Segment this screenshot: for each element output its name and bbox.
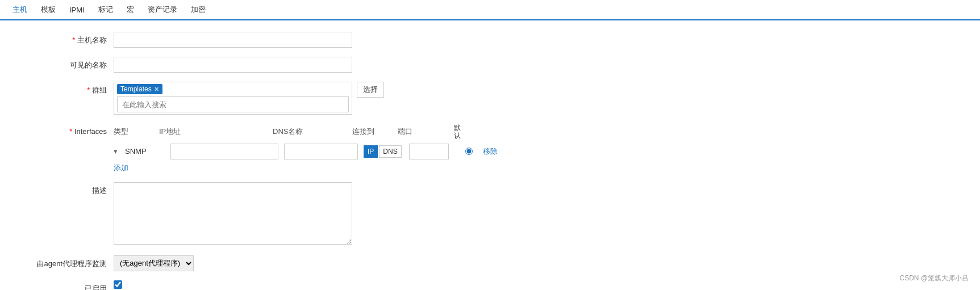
interface-action-cell: 移除 [483, 146, 511, 157]
nav-host[interactable]: 主机 [6, 0, 34, 20]
enabled-checkbox[interactable] [114, 280, 122, 289]
nav-asset[interactable]: 资产记录 [141, 0, 184, 19]
connect-dns-button[interactable]: DNS [379, 145, 401, 158]
interface-connect-cell: IP DNS [364, 145, 409, 158]
interface-type: SNMP [125, 147, 170, 155]
col-ip-header: IP地址 [159, 127, 273, 137]
col-port-header: 端口 [398, 127, 443, 137]
remove-interface-link[interactable]: 移除 [483, 147, 498, 155]
interface-dns-input[interactable] [284, 144, 358, 159]
group-label: * 群组 [23, 82, 114, 95]
interface-default-cell [454, 148, 483, 155]
hostname-row: * 主机名称 Huawei AR2220 [23, 32, 957, 48]
interface-ip-cell: 192.168.200.10 [170, 144, 284, 159]
visible-name-control [114, 57, 352, 73]
interface-default-radio[interactable] [465, 148, 473, 155]
enabled-control [114, 280, 352, 289]
nav-encrypt[interactable]: 加密 [184, 0, 212, 19]
description-textarea[interactable] [114, 182, 352, 245]
expand-icon[interactable]: ▾ [114, 147, 125, 155]
group-row: * 群组 Templates ✕ 选择 [23, 82, 957, 115]
interface-port-input[interactable]: 161 [409, 144, 449, 159]
col-type-header: 类型 [114, 127, 159, 137]
nav-tag[interactable]: 标记 [91, 0, 120, 19]
group-search-input[interactable] [117, 96, 349, 112]
hostname-control: Huawei AR2220 [114, 32, 352, 48]
agent-row: 由agent代理程序监测 (无agent代理程序) [23, 255, 957, 271]
nav-template[interactable]: 模板 [34, 0, 62, 19]
main-content: * 主机名称 Huawei AR2220 可见的名称 * 群组 Template… [0, 20, 980, 290]
connect-ip-button[interactable]: IP [364, 145, 378, 158]
group-tag: Templates ✕ [117, 84, 162, 94]
visible-name-input[interactable] [114, 57, 352, 73]
group-select-button[interactable]: 选择 [357, 82, 384, 98]
add-interface-link[interactable]: 添加 [114, 163, 511, 173]
description-row: 描述 [23, 182, 957, 246]
top-nav: 主机 模板 IPMI 标记 宏 资产记录 加密 [0, 0, 980, 20]
interfaces-row: * Interfaces 类型 IP地址 DNS名称 连接到 端口 默认 ▾ S… [23, 124, 957, 173]
group-tag-close-icon[interactable]: ✕ [154, 86, 159, 93]
enabled-row: 已启用 [23, 280, 957, 290]
visible-name-label: 可见的名称 [23, 57, 114, 70]
agent-select[interactable]: (无agent代理程序) [114, 255, 194, 271]
nav-macro[interactable]: 宏 [120, 0, 141, 19]
visible-name-row: 可见的名称 [23, 57, 957, 73]
col-dns-header: DNS名称 [273, 127, 352, 137]
nav-ipmi[interactable]: IPMI [62, 1, 91, 19]
group-tag-label: Templates [120, 85, 152, 93]
interface-port-cell: 161 [409, 144, 454, 159]
interface-dns-cell [284, 144, 364, 159]
group-control: Templates ✕ 选择 [114, 82, 384, 115]
enabled-label: 已启用 [23, 280, 114, 290]
agent-label: 由agent代理程序监测 [23, 255, 114, 269]
interfaces-container: 类型 IP地址 DNS名称 连接到 端口 默认 ▾ SNMP 192.168.2… [114, 124, 511, 173]
col-default-header: 默认 [443, 124, 472, 140]
hostname-input[interactable]: Huawei AR2220 [114, 32, 352, 48]
agent-control: (无agent代理程序) [114, 255, 352, 271]
interfaces-header: 类型 IP地址 DNS名称 连接到 端口 默认 [114, 124, 511, 140]
col-connect-header: 连接到 [352, 127, 398, 137]
interface-row: ▾ SNMP 192.168.200.10 IP DNS 161 [114, 144, 511, 159]
description-label: 描述 [23, 182, 114, 196]
interfaces-label: * Interfaces [23, 124, 114, 136]
group-field[interactable]: Templates ✕ [114, 82, 352, 115]
interface-ip-input[interactable]: 192.168.200.10 [170, 144, 278, 159]
hostname-label: * 主机名称 [23, 32, 114, 45]
watermark: CSDN @笼瓢大师小吕 [899, 274, 969, 283]
description-control [114, 182, 352, 246]
